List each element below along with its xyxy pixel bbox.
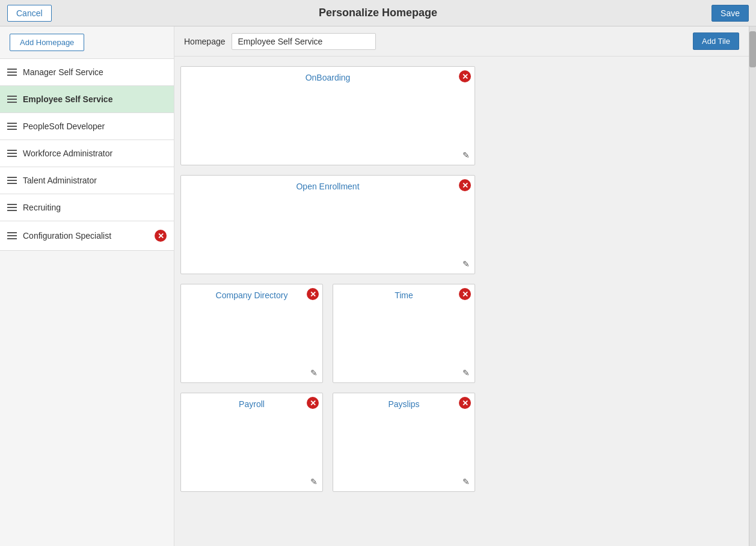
sidebar: Add Homepage Manager Self ServiceEmploye… (0, 26, 174, 546)
sidebar-remove-badge[interactable]: ✕ (155, 230, 167, 242)
tile-title-open-enrollment: Open Enrollment (181, 176, 475, 197)
sidebar-item-employee-self-service[interactable]: Employee Self Service (0, 86, 174, 113)
hamburger-icon (7, 177, 17, 184)
add-homepage-wrap: Add Homepage (0, 26, 174, 59)
tile-payslips: Payslips✕✎ (333, 393, 475, 492)
sidebar-item-label: Employee Self Service (23, 94, 167, 104)
main-layout: Add Homepage Manager Self ServiceEmploye… (0, 26, 756, 546)
tile-remove-company-directory[interactable]: ✕ (307, 288, 319, 300)
sidebar-item-label: Manager Self Service (23, 67, 167, 77)
hamburger-icon (7, 69, 17, 76)
cancel-button[interactable]: Cancel (7, 5, 52, 22)
outer-scrollbar[interactable] (749, 26, 756, 546)
tile-title-onboarding: OnBoarding (181, 67, 475, 88)
hamburger-icon (7, 96, 17, 103)
page-title: Personalize Homepage (319, 7, 437, 19)
homepage-label-wrap: Homepage (184, 33, 376, 50)
tile-title-company-directory: Company Directory (181, 284, 322, 306)
hamburger-icon (7, 204, 17, 211)
tile-row-1: Payroll✕✎Payslips✕✎ (180, 393, 739, 492)
header: Cancel Personalize Homepage Save (0, 0, 756, 26)
hamburger-icon (7, 232, 17, 239)
tile-payroll: Payroll✕✎ (180, 393, 323, 492)
tile-onboarding: OnBoarding✕✎ (180, 66, 475, 165)
add-homepage-button[interactable]: Add Homepage (10, 34, 84, 51)
tile-remove-open-enrollment[interactable]: ✕ (459, 179, 471, 191)
tile-remove-payroll[interactable]: ✕ (307, 397, 319, 409)
sidebar-item-label: Configuration Specialist (23, 231, 155, 241)
tile-edit-onboarding[interactable]: ✎ (463, 150, 470, 160)
tile-time: Time✕✎ (333, 284, 475, 383)
full-tiles-container: OnBoarding✕✎Open Enrollment✕✎ (180, 66, 739, 274)
tile-remove-payslips[interactable]: ✕ (459, 397, 471, 409)
homepage-bar: Homepage Add Tile (174, 26, 749, 57)
sidebar-item-label: Talent Administrator (23, 176, 167, 185)
tile-remove-time[interactable]: ✕ (459, 288, 471, 300)
tile-company-directory: Company Directory✕✎ (180, 284, 323, 383)
content-area: Homepage Add Tile OnBoarding✕✎Open Enrol… (174, 26, 749, 546)
scrollbar-thumb (749, 31, 756, 67)
sidebar-items-container: Manager Self ServiceEmployee Self Servic… (0, 59, 174, 251)
sidebar-item-recruiting[interactable]: Recruiting (0, 194, 174, 221)
tile-open-enrollment: Open Enrollment✕✎ (180, 175, 475, 274)
hamburger-icon (7, 150, 17, 157)
tiles-area[interactable]: OnBoarding✕✎Open Enrollment✕✎ Company Di… (174, 57, 749, 546)
tile-edit-payroll[interactable]: ✎ (310, 477, 318, 486)
sidebar-item-configuration-specialist[interactable]: Configuration Specialist✕ (0, 221, 174, 251)
sidebar-item-workforce-administrator[interactable]: Workforce Administrator (0, 140, 174, 167)
save-button[interactable]: Save (711, 5, 749, 22)
tile-edit-time[interactable]: ✎ (463, 368, 470, 378)
sidebar-item-manager-self-service[interactable]: Manager Self Service (0, 59, 174, 86)
sidebar-item-peoplesoft-developer[interactable]: PeopleSoft Developer (0, 113, 174, 140)
hamburger-icon (7, 123, 17, 130)
half-tiles-container: Company Directory✕✎Time✕✎Payroll✕✎Paysli… (180, 284, 739, 492)
tile-edit-open-enrollment[interactable]: ✎ (463, 259, 470, 269)
sidebar-item-label: Workforce Administrator (23, 149, 167, 158)
add-tile-button[interactable]: Add Tile (693, 32, 739, 50)
tile-title-time: Time (333, 284, 475, 306)
sidebar-item-label: PeopleSoft Developer (23, 121, 167, 131)
homepage-input[interactable] (232, 33, 376, 50)
tile-title-payslips: Payslips (333, 393, 475, 415)
tile-title-payroll: Payroll (181, 393, 322, 415)
tile-edit-payslips[interactable]: ✎ (463, 477, 470, 486)
tile-edit-company-directory[interactable]: ✎ (310, 368, 318, 378)
tile-row-0: Company Directory✕✎Time✕✎ (180, 284, 739, 383)
homepage-label: Homepage (184, 37, 226, 46)
tile-remove-onboarding[interactable]: ✕ (459, 70, 471, 82)
sidebar-item-label: Recruiting (23, 203, 167, 212)
sidebar-item-talent-administrator[interactable]: Talent Administrator (0, 167, 174, 194)
